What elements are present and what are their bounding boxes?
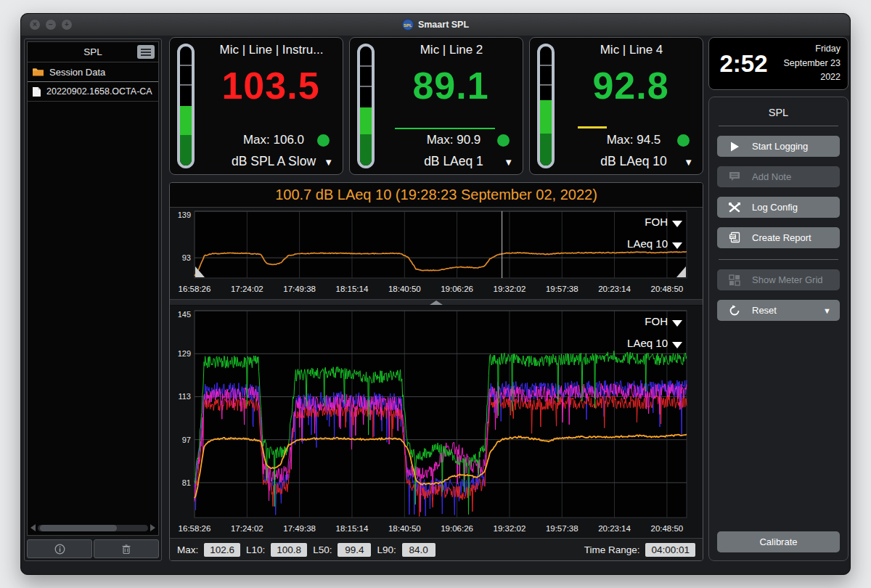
button-label: Create Report bbox=[752, 232, 811, 243]
button-label: Show Meter Grid bbox=[752, 274, 823, 285]
svg-text:20:23:14: 20:23:14 bbox=[598, 524, 631, 533]
chart-split-handle[interactable] bbox=[170, 299, 703, 306]
svg-text:19:57:38: 19:57:38 bbox=[546, 285, 578, 293]
scrollbar-track[interactable] bbox=[38, 525, 148, 531]
sidebar-header: SPL bbox=[28, 42, 158, 62]
scrollbar-thumb[interactable] bbox=[40, 525, 117, 531]
file-info-button[interactable] bbox=[27, 539, 92, 558]
close-button[interactable]: × bbox=[30, 20, 40, 30]
minimize-button[interactable]: − bbox=[46, 20, 56, 30]
window-controls: × − + bbox=[30, 20, 72, 30]
stats-bar: Max: 102.6 L10: 100.8 L50: 99.4 L90: 84.… bbox=[170, 538, 703, 560]
metric-selector[interactable]: dB LAeq 10 bbox=[565, 154, 703, 169]
svg-text:LAeq 10: LAeq 10 bbox=[627, 237, 668, 250]
svg-text:18:15:14: 18:15:14 bbox=[336, 285, 369, 293]
chevron-down-icon[interactable]: ▼ bbox=[823, 306, 831, 315]
app-window: × − + SPL Smaart SPL SPL Session Data bbox=[20, 13, 851, 575]
svg-text:18:40:50: 18:40:50 bbox=[388, 285, 421, 293]
svg-text:20:48:50: 20:48:50 bbox=[650, 524, 683, 533]
sidebar-footer-buttons bbox=[27, 539, 159, 558]
meter-panel-1: Mic | Line | Instru... 103.5 Max: 106.0 … bbox=[169, 37, 343, 175]
show-meter-grid-button[interactable]: Show Meter Grid bbox=[717, 269, 840, 290]
button-label: Calibrate bbox=[759, 536, 797, 547]
spl-controls-panel: SPL Start Logging Add Note bbox=[708, 97, 848, 561]
calibrate-button[interactable]: Calibrate bbox=[717, 531, 840, 552]
spl-meters-row: Mic | Line | Instru... 103.5 Max: 106.0 … bbox=[169, 37, 703, 175]
metric-selector[interactable]: dB LAeq 1 bbox=[385, 154, 523, 169]
svg-text:16:58:26: 16:58:26 bbox=[179, 524, 211, 533]
history-chart[interactable]: 145129113978116:58:2617:24:0217:49:3818:… bbox=[170, 306, 703, 538]
button-label: Add Note bbox=[752, 171, 791, 182]
sidebar-menu-button[interactable] bbox=[137, 45, 155, 59]
right-column: 2:52 Friday September 23 2022 SPL Start … bbox=[708, 37, 848, 561]
svg-text:FOH: FOH bbox=[645, 315, 668, 327]
stat-label: L90: bbox=[377, 544, 396, 555]
svg-text:97: 97 bbox=[182, 436, 191, 444]
reset-button[interactable]: Reset ▼ bbox=[717, 300, 840, 321]
status-indicator bbox=[497, 134, 510, 147]
scroll-right-icon[interactable] bbox=[150, 524, 155, 531]
svg-text:20:23:14: 20:23:14 bbox=[598, 285, 631, 293]
play-icon bbox=[717, 141, 752, 152]
meter-panel-3: Mic | Line 4 92.8 Max: 94.5 dB LAeq 10 ▼ bbox=[529, 37, 703, 175]
sidebar-horizontal-scrollbar[interactable] bbox=[30, 522, 155, 534]
chevron-down-icon[interactable]: ▼ bbox=[324, 157, 333, 168]
button-label: Start Logging bbox=[752, 141, 808, 152]
sidebar-item-label: Session Data bbox=[49, 67, 105, 78]
spl-value: 89.1 bbox=[382, 64, 520, 107]
scroll-left-icon[interactable] bbox=[30, 524, 36, 531]
button-label: Log Config bbox=[752, 202, 798, 213]
svg-text:19:32:02: 19:32:02 bbox=[494, 524, 526, 533]
svg-text:LAeq 10: LAeq 10 bbox=[627, 337, 668, 349]
note-icon bbox=[717, 171, 752, 182]
chevron-down-icon[interactable]: ▼ bbox=[504, 157, 513, 168]
log-config-button[interactable]: Log Config bbox=[717, 197, 840, 218]
title-bar[interactable]: × − + SPL Smaart SPL bbox=[21, 14, 850, 36]
chevron-down-icon[interactable]: ▼ bbox=[684, 157, 693, 168]
overview-chart[interactable]: 1399316:58:2617:24:0217:49:3818:15:1418:… bbox=[170, 208, 703, 299]
button-label: Reset bbox=[752, 305, 777, 316]
svg-text:FOH: FOH bbox=[645, 216, 668, 228]
target-line bbox=[578, 126, 607, 128]
sidebar-item-session-data[interactable]: Session Data bbox=[28, 62, 158, 82]
split-grip-icon[interactable] bbox=[430, 301, 443, 305]
stat-value-l90: 84.0 bbox=[402, 543, 436, 557]
pdf-icon: PDF bbox=[717, 232, 752, 244]
trash-icon bbox=[121, 544, 131, 555]
sidebar-item-label: 20220902.1658.OCTA-CA bbox=[46, 86, 152, 97]
svg-text:81: 81 bbox=[182, 478, 191, 487]
stat-label: L10: bbox=[246, 544, 265, 555]
file-icon bbox=[32, 86, 41, 97]
start-logging-button[interactable]: Start Logging bbox=[717, 136, 840, 157]
clock-panel: 2:52 Friday September 23 2022 bbox=[708, 37, 848, 90]
svg-text:19:06:26: 19:06:26 bbox=[441, 285, 473, 293]
chart-readout-header: 100.7 dB LAeq 10 (19:28:23 September 02,… bbox=[170, 183, 703, 208]
spl-value: 103.5 bbox=[202, 64, 340, 107]
sidebar-item-session-file[interactable]: 20220902.1658.OCTA-CA bbox=[28, 82, 158, 102]
add-note-button[interactable]: Add Note bbox=[717, 166, 840, 187]
stat-value-l50: 99.4 bbox=[338, 543, 371, 557]
svg-text:17:24:02: 17:24:02 bbox=[231, 285, 263, 293]
delete-file-button[interactable] bbox=[94, 539, 159, 558]
svg-text:113: 113 bbox=[178, 392, 191, 401]
svg-text:20:48:50: 20:48:50 bbox=[650, 285, 683, 293]
window-title: Smaart SPL bbox=[418, 20, 469, 30]
zoom-button[interactable]: + bbox=[62, 20, 72, 30]
stat-value-max: 102.6 bbox=[204, 543, 240, 557]
level-meter bbox=[537, 44, 555, 168]
controls-title: SPL bbox=[717, 105, 840, 126]
svg-text:16:58:26: 16:58:26 bbox=[179, 285, 211, 293]
svg-text:19:06:26: 19:06:26 bbox=[441, 524, 473, 533]
create-report-button[interactable]: PDF Create Report bbox=[717, 227, 840, 248]
metric-selector[interactable]: dB SPL A Slow bbox=[205, 154, 343, 169]
meter-input-title: Mic | Line | Instru... bbox=[205, 43, 338, 57]
info-icon bbox=[54, 544, 65, 555]
folder-icon bbox=[32, 67, 44, 77]
app-title: SPL Smaart SPL bbox=[402, 19, 469, 30]
time-range-value: 04:00:01 bbox=[645, 543, 695, 557]
app-icon: SPL bbox=[402, 19, 414, 30]
svg-text:17:49:38: 17:49:38 bbox=[283, 285, 316, 293]
meter-input-title: Mic | Line 2 bbox=[385, 43, 518, 57]
svg-text:18:40:50: 18:40:50 bbox=[388, 524, 421, 533]
spl-history-panel: 100.7 dB LAeq 10 (19:28:23 September 02,… bbox=[169, 182, 703, 561]
